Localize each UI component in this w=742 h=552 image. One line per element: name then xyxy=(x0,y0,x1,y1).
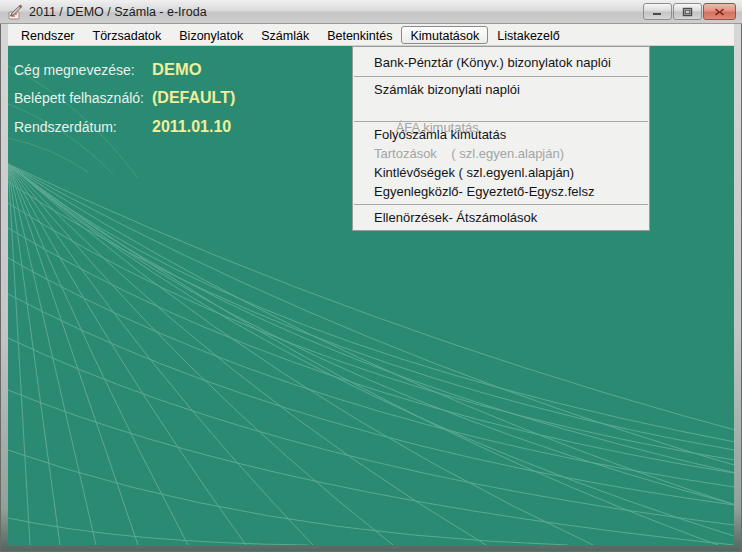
user-label: Belépett felhasználó: xyxy=(14,90,152,106)
restore-icon xyxy=(682,7,693,17)
titlebar[interactable]: 2011 / DEMO / Számla - e-Iroda xyxy=(0,0,742,24)
minimize-icon xyxy=(652,7,663,16)
menu-item-tartozasok: Tartozások ( szl.egyen.alapján) xyxy=(353,144,649,163)
menu-item-szamlak-bizonylati-naploi[interactable]: Számlák bizonylati naplói xyxy=(353,80,649,99)
close-button[interactable] xyxy=(703,3,736,20)
system-date-row: Rendszerdátum: 2011.01.10 xyxy=(14,118,231,136)
window-controls xyxy=(643,3,736,20)
minimize-button[interactable] xyxy=(643,3,672,20)
system-date-value: 2011.01.10 xyxy=(152,118,231,136)
close-icon xyxy=(714,7,725,17)
user-value: (DEFAULT) xyxy=(152,89,235,107)
menu-item-afa-kimutatas: ÁFA kimutatás xyxy=(353,99,649,118)
menu-betenkintes[interactable]: Betenkintés xyxy=(318,26,401,44)
window-title: 2011 / DEMO / Számla - e-Iroda xyxy=(29,5,207,19)
application-window: 2011 / DEMO / Számla - e-Iroda Rends xyxy=(0,0,742,552)
kimutatasok-dropdown-menu: Bank-Pénztár (Könyv.) bizonylatok naplói… xyxy=(352,46,650,231)
menu-szamlak[interactable]: Számlák xyxy=(252,26,318,44)
company-row: Cég megnevezése: DEMO xyxy=(14,60,202,79)
company-label: Cég megnevezése: xyxy=(14,62,152,78)
menu-rendszer[interactable]: Rendszer xyxy=(12,26,84,44)
menu-item-kintlevosegek[interactable]: Kintlévőségek ( szl.egyenl.alapján) xyxy=(353,163,649,182)
restore-button[interactable] xyxy=(673,3,702,20)
app-icon xyxy=(6,4,23,20)
menu-item-egyenlegkozlo[interactable]: Egyenlegközlő- Egyeztető-Egysz.felsz xyxy=(353,182,649,201)
menu-separator xyxy=(354,76,648,77)
menu-torzsadatok[interactable]: Törzsadatok xyxy=(84,26,171,44)
company-value: DEMO xyxy=(152,60,202,79)
menu-item-ellenorzesek-atszamolasok[interactable]: Ellenörzések- Átszámolások xyxy=(353,208,649,227)
system-date-label: Rendszerdátum: xyxy=(14,119,152,135)
menu-item-bank-penztar-naplok[interactable]: Bank-Pénztár (Könyv.) bizonylatok naplói xyxy=(353,52,649,73)
menu-bizonylatok[interactable]: Bizonylatok xyxy=(170,26,252,44)
user-row: Belépett felhasználó: (DEFAULT) xyxy=(14,89,235,107)
menu-separator xyxy=(354,204,648,205)
menu-listakezelo[interactable]: Listakezelő xyxy=(488,26,569,44)
menu-kimutatasok[interactable]: Kimutatások xyxy=(401,26,488,44)
menubar: Rendszer Törzsadatok Bizonylatok Számlák… xyxy=(8,24,734,46)
menu-item-folyoszamla-kimutatas[interactable]: Folyószámla kimutatás xyxy=(353,125,649,144)
